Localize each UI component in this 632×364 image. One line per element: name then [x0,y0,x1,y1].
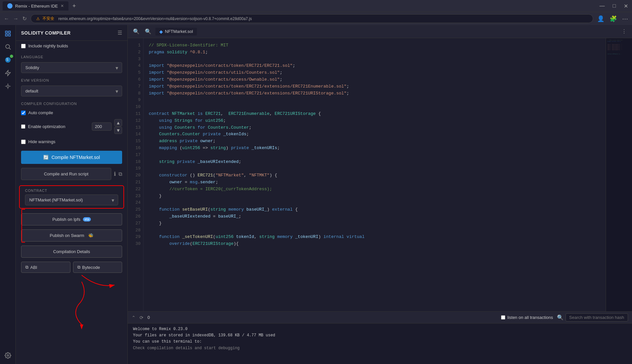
terminal-search-row: 🔍 [557,313,628,322]
sidebar-item-search[interactable] [2,41,14,53]
svg-point-10 [7,355,9,356]
code-line-3 [149,56,600,63]
code-line-6: import "@openzeppelin/contracts/access/O… [149,76,600,83]
publish-ipfs-badge: eta [83,217,91,221]
code-line-17 [149,152,600,159]
compile-run-button[interactable]: Compile and Run script [21,168,111,180]
auto-compile-row: Auto compile [16,108,127,118]
code-line-19 [149,165,600,172]
compiler-menu-icon[interactable]: ☰ [118,30,122,36]
optimization-decrement-button[interactable]: ▼ [114,127,122,134]
terminal-line-usage: You can use this terminal to: [133,339,627,345]
sidebar-item-compiler[interactable]: S [2,54,14,66]
nightly-builds-checkbox[interactable] [21,44,26,48]
editor-more-button[interactable]: ⋮ [620,27,628,36]
hide-warnings-checkbox[interactable] [21,140,26,144]
back-button[interactable]: ← [4,16,9,22]
bytecode-label: Bytecode [82,265,100,270]
publish-swarm-button[interactable]: Publish on Swarm 🐝 [21,229,122,242]
code-line-24 [149,199,600,206]
auto-compile-label: Auto compile [28,110,53,115]
code-line-11: contract NFTMarket is ERC721, ERC721Enum… [149,111,600,117]
nightly-builds-label: Include nightly builds [28,43,68,48]
code-line-26: _baseURIextended = baseURI_; [149,213,600,220]
bytecode-button[interactable]: ⧉ Bytecode [73,262,122,273]
listen-transactions-checkbox[interactable] [501,315,505,320]
code-line-23: } [149,193,600,200]
enable-optimization-checkbox[interactable] [21,124,25,129]
url-bar[interactable]: ⚠ 不安全 remix.ethereum.org/#optimize=false… [31,14,593,23]
contract-select-wrapper: NFTMarket (NFTMarket.sol) [25,195,118,205]
evm-select[interactable]: default [21,86,122,96]
optimization-increment-button[interactable]: ▲ [114,119,122,126]
code-content[interactable]: // SPDX-License-Identifier: MIT pragma s… [144,38,606,311]
editor-main: 12345 678910 1112131415 1617181920 21222… [128,38,632,364]
code-line-5: import "@openzeppelin/contracts/utils/Co… [149,69,600,76]
contract-select[interactable]: NFTMarket (NFTMarket.sol) [25,195,118,205]
optimization-label: Enable optimization [28,124,89,129]
svg-marker-15 [80,325,83,329]
icon-sidebar: S [0,25,16,364]
tab-favicon [7,3,13,9]
browser-toolbar-icons: 👤 🧩 ⋯ [597,15,628,22]
maximize-button[interactable]: □ [611,3,617,9]
code-line-14: Counters.Counter private _tokenIds; [149,131,600,138]
browser-tab[interactable]: Remix - Ethereum IDE ✕ [3,1,68,11]
zoom-in-button[interactable]: 🔍 [144,27,153,36]
code-line-4: import "@openzeppelin/contracts/token/ER… [149,63,600,69]
terminal-search-input[interactable] [566,313,628,322]
publish-ipfs-button[interactable]: Publish on Ipfs eta [21,213,122,225]
main-layout: S SOLIDITY COMPILER ☰ [0,25,632,364]
refresh-button[interactable]: ↻ [22,15,27,22]
svg-rect-3 [8,34,10,36]
code-line-27: } [149,220,600,227]
bottom-toolbar: ⌃ ⟳ 0 listen on all transactions 🔍 [128,312,632,324]
sidebar-item-settings[interactable] [2,350,14,361]
security-label: 不安全 [42,16,54,21]
compile-button[interactable]: 🔄 Compile NFTMarket.sol [21,151,122,164]
code-line-2: pragma solidity ^0.8.1; [149,49,600,56]
url-text: remix.ethereum.org/#optimize=false&runs=… [58,16,252,21]
sidebar-item-debug[interactable] [2,80,14,92]
zoom-out-button[interactable]: 🔍 [132,27,141,36]
close-button[interactable]: ✕ [622,3,629,9]
language-select[interactable]: Solidity [21,62,122,73]
svg-line-5 [9,48,11,50]
profile-icon[interactable]: 👤 [597,15,604,22]
compilation-details-button[interactable]: Compilation Details [21,246,122,258]
code-line-1: // SPDX-License-Identifier: MIT [149,42,600,49]
copy-bytecode-icon: ⧉ [77,265,80,270]
extensions-icon[interactable]: 🧩 [610,15,617,22]
file-tab-label: NFTMarket.sol [165,29,193,34]
more-button[interactable]: ⋯ [622,15,628,22]
tab-close-button[interactable]: ✕ [61,4,64,8]
compiler-sidebar: SOLIDITY COMPILER ☰ Include nightly buil… [16,25,128,364]
svg-marker-8 [5,70,10,76]
sidebar-item-files[interactable] [2,28,14,39]
sidebar-item-deploy[interactable] [2,67,14,79]
forward-button[interactable]: → [13,16,18,22]
evm-select-wrapper: default [21,86,122,96]
compiler-config-label: COMPILER CONFIGURATION [16,98,127,108]
terminal-expand-icon[interactable]: ⌃ [132,315,136,320]
abi-button[interactable]: ⧉ ABI [21,262,70,273]
file-tab[interactable]: ◆ NFTMarket.sol [155,28,197,36]
addressbar: ← → ↻ ⚠ 不安全 remix.ethereum.org/#optimize… [0,12,632,25]
tab-title: Remix - Ethereum IDE [15,4,58,9]
code-line-28 [149,227,600,234]
terminal-history-icon[interactable]: ⟳ [140,315,144,320]
minimize-button[interactable]: — [598,3,606,9]
auto-compile-checkbox[interactable] [21,111,26,115]
compile-run-copy-icon[interactable]: ⧉ [118,171,122,177]
file-icon: ◆ [159,29,163,34]
new-tab-button[interactable]: + [71,3,77,10]
code-line-20: constructor () ERC721("NFTMarket", "NFTM… [149,172,600,179]
compile-run-info-icon[interactable]: ℹ [114,171,116,177]
nightly-builds-row: Include nightly builds [16,41,127,51]
hide-warnings-label: Hide warnings [28,139,55,144]
editor-toolbar: 🔍 🔍 ◆ NFTMarket.sol ⋮ [128,25,632,38]
code-editor[interactable]: 12345 678910 1112131415 1617181920 21222… [128,38,632,311]
optimization-value-input[interactable] [92,122,112,131]
contract-section-label: CONTRACT [22,189,121,195]
welcome-text: Welcome to Remix 0.23.0 [133,327,188,331]
